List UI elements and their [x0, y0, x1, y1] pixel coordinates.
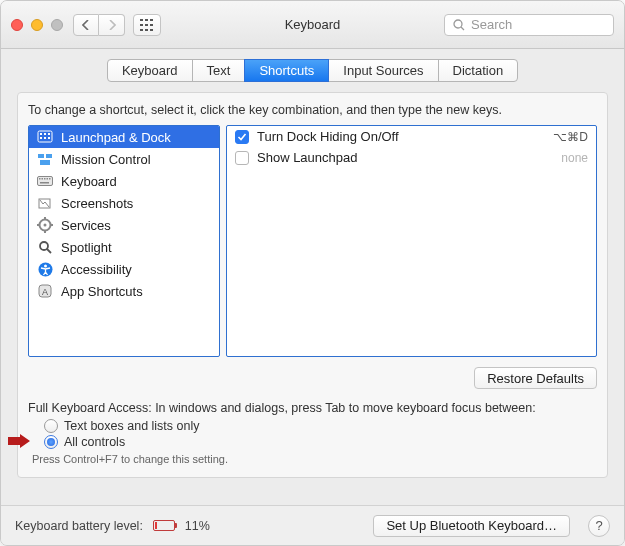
- category-services[interactable]: Services: [29, 214, 219, 236]
- svg-rect-25: [47, 178, 49, 180]
- svg-rect-20: [40, 160, 50, 165]
- shortcut-label: Show Launchpad: [257, 150, 553, 165]
- shortcut-keys[interactable]: none: [561, 151, 588, 165]
- category-spotlight[interactable]: Spotlight: [29, 236, 219, 258]
- radio-text-boxes-only[interactable]: Text boxes and lists only: [44, 419, 597, 433]
- category-label: Launchpad & Dock: [61, 130, 171, 145]
- tab-text[interactable]: Text: [192, 59, 246, 82]
- shortcuts-panel: To change a shortcut, select it, click t…: [17, 92, 608, 478]
- category-screenshots[interactable]: Screenshots: [29, 192, 219, 214]
- show-all-button[interactable]: [133, 14, 161, 36]
- tab-dictation[interactable]: Dictation: [438, 59, 519, 82]
- svg-point-38: [44, 264, 47, 267]
- radio-all-controls[interactable]: All controls: [44, 435, 597, 449]
- svg-rect-2: [150, 19, 153, 21]
- full-keyboard-access-section: Full Keyboard Access: In windows and dia…: [28, 401, 597, 465]
- help-button[interactable]: ?: [588, 515, 610, 537]
- category-accessibility[interactable]: Accessibility: [29, 258, 219, 280]
- mission-control-icon: [37, 151, 53, 167]
- tab-bar: Keyboard Text Shortcuts Input Sources Di…: [17, 59, 608, 82]
- close-window-button[interactable]: [11, 19, 23, 31]
- svg-rect-5: [150, 24, 153, 26]
- minimize-window-button[interactable]: [31, 19, 43, 31]
- svg-rect-16: [44, 137, 46, 139]
- callout-arrow-icon: [8, 434, 30, 448]
- tab-input-sources[interactable]: Input Sources: [328, 59, 438, 82]
- category-app-shortcuts[interactable]: A App Shortcuts: [29, 280, 219, 302]
- footer: Keyboard battery level: 11% Set Up Bluet…: [1, 505, 624, 545]
- category-label: Spotlight: [61, 240, 112, 255]
- category-label: Screenshots: [61, 196, 133, 211]
- setup-bluetooth-button[interactable]: Set Up Bluetooth Keyboard…: [373, 515, 570, 537]
- radio-label: All controls: [64, 435, 125, 449]
- battery-icon: [153, 520, 175, 531]
- category-label: Services: [61, 218, 111, 233]
- spotlight-icon: [37, 239, 53, 255]
- back-button[interactable]: [73, 14, 99, 36]
- svg-rect-19: [46, 154, 52, 158]
- svg-point-9: [454, 20, 462, 28]
- svg-rect-4: [145, 24, 148, 26]
- search-field[interactable]: Search: [444, 14, 614, 36]
- category-mission-control[interactable]: Mission Control: [29, 148, 219, 170]
- svg-rect-26: [49, 178, 51, 180]
- category-launchpad-dock[interactable]: Launchpad & Dock: [29, 126, 219, 148]
- shortcut-checkbox[interactable]: [235, 130, 249, 144]
- window-controls: [11, 19, 63, 31]
- svg-line-36: [47, 249, 51, 253]
- zoom-window-button[interactable]: [51, 19, 63, 31]
- battery-percent: 11%: [185, 519, 210, 533]
- category-label: Keyboard: [61, 174, 117, 189]
- svg-rect-18: [38, 154, 44, 158]
- tab-shortcuts[interactable]: Shortcuts: [244, 59, 329, 82]
- category-list[interactable]: Launchpad & Dock Mission Control Keyboar…: [28, 125, 220, 357]
- svg-rect-14: [48, 133, 50, 135]
- shortcut-checkbox[interactable]: [235, 151, 249, 165]
- svg-rect-23: [42, 178, 44, 180]
- radio-icon: [44, 419, 58, 433]
- svg-rect-6: [140, 29, 143, 31]
- shortcut-row[interactable]: Turn Dock Hiding On/Off ⌥⌘D: [227, 126, 596, 147]
- battery-label: Keyboard battery level:: [15, 519, 143, 533]
- svg-rect-11: [38, 131, 52, 142]
- keyboard-icon: [37, 173, 53, 189]
- svg-rect-24: [44, 178, 46, 180]
- svg-rect-0: [140, 19, 143, 21]
- svg-rect-27: [40, 182, 49, 184]
- category-label: App Shortcuts: [61, 284, 143, 299]
- svg-rect-17: [48, 137, 50, 139]
- svg-rect-15: [40, 137, 42, 139]
- svg-text:A: A: [42, 287, 48, 297]
- search-placeholder: Search: [471, 17, 512, 32]
- svg-rect-7: [145, 29, 148, 31]
- services-icon: [37, 217, 53, 233]
- screenshots-icon: [37, 195, 53, 211]
- category-label: Mission Control: [61, 152, 151, 167]
- restore-defaults-button[interactable]: Restore Defaults: [474, 367, 597, 389]
- access-title: Full Keyboard Access: In windows and dia…: [28, 401, 597, 415]
- preferences-window: Keyboard Search Keyboard Text Shortcuts …: [0, 0, 625, 546]
- titlebar: Keyboard Search: [1, 1, 624, 49]
- forward-button[interactable]: [99, 14, 125, 36]
- svg-rect-3: [140, 24, 143, 26]
- shortcut-label: Turn Dock Hiding On/Off: [257, 129, 545, 144]
- svg-point-30: [44, 224, 47, 227]
- shortcut-list[interactable]: Turn Dock Hiding On/Off ⌥⌘D Show Launchp…: [226, 125, 597, 357]
- launchpad-icon: [37, 129, 53, 145]
- tab-keyboard[interactable]: Keyboard: [107, 59, 193, 82]
- app-shortcuts-icon: A: [37, 283, 53, 299]
- svg-line-10: [461, 27, 464, 30]
- svg-rect-13: [44, 133, 46, 135]
- restore-row: Restore Defaults: [28, 367, 597, 389]
- accessibility-icon: [37, 261, 53, 277]
- svg-point-35: [40, 242, 48, 250]
- nav-back-forward: [73, 14, 125, 36]
- svg-rect-21: [38, 177, 53, 186]
- shortcut-lists: Launchpad & Dock Mission Control Keyboar…: [28, 125, 597, 357]
- shortcut-row[interactable]: Show Launchpad none: [227, 147, 596, 168]
- search-icon: [453, 19, 465, 31]
- svg-rect-1: [145, 19, 148, 21]
- category-keyboard[interactable]: Keyboard: [29, 170, 219, 192]
- shortcut-keys[interactable]: ⌥⌘D: [553, 130, 588, 144]
- access-hint: Press Control+F7 to change this setting.: [32, 453, 597, 465]
